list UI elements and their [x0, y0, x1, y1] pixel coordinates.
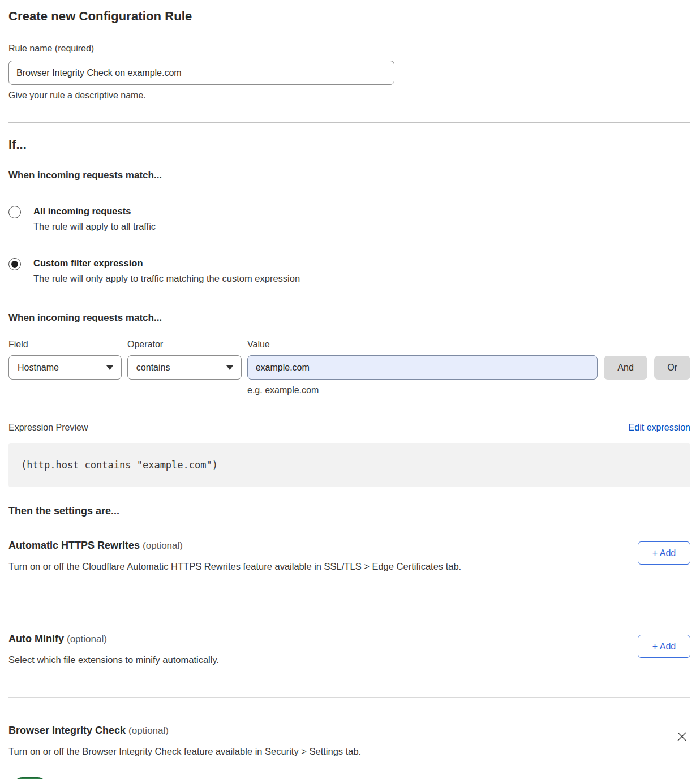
expression-preview-code: (http.host contains "example.com"): [8, 443, 690, 487]
setting-optional-tag: (optional): [128, 725, 169, 736]
edit-expression-link[interactable]: Edit expression: [629, 423, 690, 434]
page-title: Create new Configuration Rule: [8, 9, 690, 24]
setting-description: Select which file extensions to minify a…: [8, 655, 219, 665]
remove-setting-button[interactable]: [673, 728, 690, 745]
field-select[interactable]: Hostname: [8, 355, 122, 380]
add-automatic-https-rewrites-button[interactable]: + Add: [638, 541, 690, 565]
radio-button-selected[interactable]: [8, 258, 21, 270]
close-icon: [676, 730, 688, 743]
create-configuration-rule-page: Create new Configuration Rule Rule name …: [0, 0, 700, 779]
chevron-down-icon: [226, 365, 233, 370]
radio-option-description: The rule will apply to all traffic: [33, 221, 156, 232]
radio-option-label: Custom filter expression: [33, 257, 300, 269]
field-select-value: Hostname: [18, 363, 59, 373]
divider: [8, 697, 690, 698]
chevron-down-icon: [106, 365, 113, 370]
radio-option-all-incoming-requests[interactable]: All incoming requests The rule will appl…: [8, 205, 690, 232]
value-hint: e.g. example.com: [247, 385, 690, 395]
divider: [8, 122, 690, 123]
setting-automatic-https-rewrites: Automatic HTTPS Rewrites (optional) Turn…: [8, 540, 690, 572]
expression-preview-header: Expression Preview Edit expression: [8, 423, 690, 434]
and-button[interactable]: And: [604, 356, 647, 380]
setting-description: Turn on or off the Browser Integrity Che…: [8, 746, 361, 757]
rule-name-section: Rule name (required) Give your rule a de…: [8, 44, 690, 101]
if-heading: If...: [8, 137, 690, 152]
setting-browser-integrity-check: Browser Integrity Check (optional) Turn …: [8, 725, 690, 779]
value-input[interactable]: [247, 355, 598, 380]
add-auto-minify-button[interactable]: + Add: [638, 635, 690, 658]
setting-optional-tag: (optional): [67, 634, 107, 644]
rule-name-input[interactable]: [8, 61, 394, 85]
builder-heading: When incoming requests match...: [8, 312, 690, 324]
field-column-label: Field: [8, 339, 127, 350]
then-settings-heading: Then the settings are...: [8, 505, 690, 517]
setting-description: Turn on or off the Cloudflare Automatic …: [8, 561, 461, 572]
expression-preview-label: Expression Preview: [8, 423, 88, 433]
radio-option-label: All incoming requests: [33, 205, 156, 217]
operator-select-value: contains: [136, 363, 170, 373]
builder-controls-row: Hostname contains And Or: [8, 355, 690, 380]
setting-auto-minify: Auto Minify (optional) Select which file…: [8, 633, 690, 665]
setting-title: Auto Minify: [8, 633, 64, 644]
builder-column-labels: Field Operator Value: [8, 339, 690, 350]
rule-name-help: Give your rule a descriptive name.: [8, 91, 690, 101]
radio-option-description: The rule will only apply to traffic matc…: [33, 273, 300, 284]
divider: [8, 604, 690, 604]
setting-title: Automatic HTTPS Rewrites: [8, 540, 140, 551]
setting-title: Browser Integrity Check: [8, 725, 126, 736]
or-button[interactable]: Or: [654, 356, 690, 380]
expression-builder: When incoming requests match... Field Op…: [8, 312, 690, 395]
when-incoming-requests-heading: When incoming requests match...: [8, 170, 690, 181]
operator-select[interactable]: contains: [127, 355, 242, 380]
radio-button-unselected[interactable]: [8, 206, 21, 218]
rule-name-label: Rule name (required): [8, 44, 690, 54]
value-column-label: Value: [247, 339, 690, 350]
radio-option-custom-filter-expression[interactable]: Custom filter expression The rule will o…: [8, 257, 690, 284]
setting-optional-tag: (optional): [143, 540, 183, 551]
operator-column-label: Operator: [127, 339, 247, 350]
